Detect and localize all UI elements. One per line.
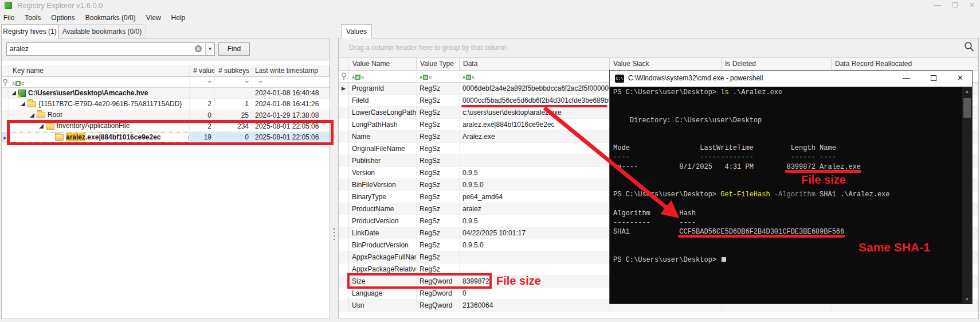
value-data-cell: Aralez.exe [460,131,610,143]
tree-header-key-name[interactable]: Key name [9,65,190,77]
tree-cell: 2 [190,99,215,110]
tree-row[interactable]: {11517B7C-E79D-4e20-961B-75A811715ADD}21… [2,99,330,110]
tree-header-timestamp[interactable]: Last write timestamp [252,65,330,77]
row-indicator [339,179,349,191]
cmd-icon: C:\ [615,75,624,83]
value-type-cell: RegSz [417,167,460,179]
app-close-button[interactable]: ✕ [964,0,980,11]
menu-item-bookmarks[interactable]: Bookmarks (0/0) [80,11,141,24]
menu-item-options[interactable]: Options [46,11,80,24]
terminal-line [613,125,890,134]
value-data-cell: 04/22/2025 10:01:17 [460,227,610,239]
tree-row[interactable]: C:\Users\user\Desktop\Amcache.hve2024-01… [2,88,330,99]
values-header-value-slack[interactable]: Value Slack [610,58,722,71]
tree-filter-values[interactable]: = [190,77,215,88]
tree-filter-keyname[interactable]: ABC [9,77,190,88]
tree-header-subkeys[interactable]: # subkeys [215,65,252,77]
panel-splitter[interactable] [330,38,338,319]
maximize-icon [931,75,936,81]
terminal-output[interactable]: PS C:\Users\user\Desktop> ls .\Aralez.ex… [610,87,962,304]
tree-header-values[interactable]: # values [190,65,215,77]
values-header-data[interactable]: Data [460,58,610,71]
scroll-up-icon[interactable]: ▲ [962,89,972,94]
menu-item-help[interactable]: Help [166,11,191,24]
search-input[interactable]: aralez ▼ [6,42,215,56]
row-indicator [339,191,349,203]
search-icon[interactable] [964,41,975,53]
tree-cell: 2024-01-08 16:40:48 [252,88,330,99]
tab-values[interactable]: Values [341,24,372,38]
app-minimize-button[interactable]: — [930,0,946,11]
tree-row[interactable]: Root0252024-01-29 17:38:08 [2,110,330,121]
tree-header-indicator [2,65,9,77]
value-name-cell: Publisher [349,155,417,167]
key-name-label: C:\Users\user\Desktop\Amcache.hve [28,88,148,99]
values-filter-type[interactable]: ABC [417,71,460,83]
terminal-line: ---- ------------- ------ ---- [613,153,890,162]
clear-search-icon[interactable] [194,45,202,53]
annotation-underline-sha1 [678,235,845,238]
annotation-underline-fileid [461,105,607,107]
terminal-line: --------- ---- [613,218,890,227]
terminal-maximize-button[interactable] [920,71,946,87]
value-data-cell: 0.9.5 [460,215,610,227]
annotation-file-size-grid: File size [496,274,541,288]
app-titlebar: Registry Explorer v1.6.0.0 — ✕ [0,0,980,11]
tree-filter-timestamp[interactable]: = [252,77,330,88]
menu-item-tools[interactable]: Tools [19,11,46,24]
values-filter-data[interactable]: ABC [460,71,610,83]
tab-registry-hives[interactable]: Registry hives (1) [1,24,58,38]
values-header-data-record-reallocated[interactable]: Data Record Reallocated [832,58,978,71]
group-by-bar[interactable]: Drag a column header here to group by th… [339,38,978,58]
terminal-line [613,181,890,190]
value-type-cell: RegSz [417,107,460,119]
app-title: Registry Explorer v1.6.0.0 [17,1,103,10]
menu-item-view[interactable]: View [141,11,166,24]
tree-filter-subkeys[interactable]: = [215,77,252,88]
key-name-cell[interactable]: C:\Users\user\Desktop\Amcache.hve [9,88,190,99]
annotation-box-size-row [347,273,492,289]
terminal-minimize-button[interactable]: — [893,71,919,87]
value-data-cell: 0 [460,288,610,300]
values-header-value-type[interactable]: Value Type [417,58,460,71]
expand-icon[interactable] [21,102,25,106]
terminal-line: PS C:\Users\user\Desktop> ls .\Aralez.ex… [613,88,890,97]
app-maximize-button[interactable] [947,0,963,11]
abc-filter-icon: ABC [351,75,364,80]
value-name-cell: Name [349,131,417,143]
value-type-cell: RegSz [417,83,460,95]
terminal-cursor [722,257,726,262]
values-filter-pin-icon[interactable] [339,71,349,83]
values-filter-name[interactable]: ABC [349,71,417,83]
values-header-indicator [339,58,349,71]
values-header-is-deleted[interactable]: Is Deleted [722,58,832,71]
value-data-cell [460,251,610,263]
annotation-same-sha1: Same SHA-1 [859,240,930,254]
value-name-cell: BinFileVersion [349,179,417,191]
tree-cell [190,88,215,99]
menu-item-file[interactable]: File [0,11,19,24]
row-indicator [339,215,349,227]
value-type-cell: RegQword [417,300,460,312]
values-header-value-name[interactable]: Value Name [349,58,417,71]
expand-icon[interactable] [30,113,34,118]
value-type-cell: RegSz [417,203,460,215]
value-name-cell: Language [349,288,417,300]
scroll-down-icon[interactable]: ▼ [962,297,972,302]
tab-available-bookmarks[interactable]: Available bookmarks (0/0) [58,24,146,38]
search-dropdown-button[interactable]: ▼ [205,43,214,55]
value-type-cell: RegSz [417,251,460,263]
filter-pin-icon[interactable] [2,77,9,88]
key-name-cell[interactable]: Root [9,110,190,121]
terminal-close-button[interactable]: ✕ [947,71,973,87]
value-data-cell: 21360064 [460,300,610,312]
tree-cell: 1 [215,99,252,110]
scrollbar-thumb[interactable] [963,98,971,118]
expand-icon[interactable] [11,91,16,95]
terminal-scrollbar[interactable]: ▲ ▼ [962,87,972,304]
terminal-line [613,134,890,143]
search-toolbar: aralez ▼ Find [2,38,330,61]
find-button[interactable]: Find [218,42,250,56]
terminal-titlebar[interactable]: C:\ C:\Windows\system32\cmd.exe - powers… [610,71,972,87]
key-name-cell[interactable]: {11517B7C-E79D-4e20-961B-75A811715ADD} [9,99,190,110]
